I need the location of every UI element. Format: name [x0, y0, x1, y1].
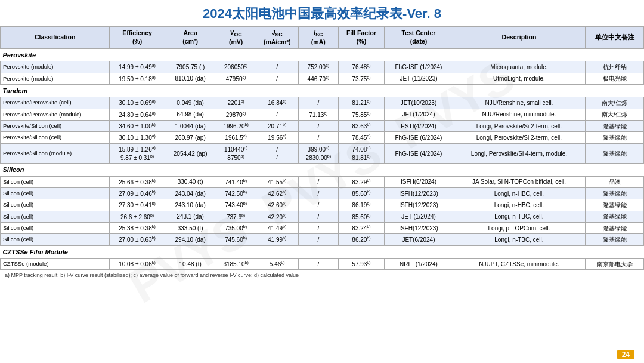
col-header-cn: 单位中文备注 — [586, 27, 644, 49]
table-row: Silicon (cell)25.38 ± 0.38b)333.50 (t)73… — [1, 222, 644, 233]
table-row: Perovskite/Silicon (module)15.89 ± 1.26a… — [1, 143, 644, 164]
page-number: 24 — [617, 350, 634, 359]
table-row: Perovskite/Silicon (cell)34.60 ± 1.00b)1… — [1, 121, 644, 132]
footer: a) MPP tracking result; b) I-V curve res… — [0, 270, 644, 281]
table-row: Silicon (cell)27.30 ± 0.41b)243.10 (da)7… — [1, 199, 644, 211]
table-row: Perovskite/Perovskite (cell)30.10 ± 0.69… — [1, 97, 644, 109]
col-header-isc: ISC(mA) — [298, 27, 338, 49]
table-row: Perovskite (module)14.99 ± 0.49a)7905.75… — [1, 61, 644, 73]
col-header-ff: Fill Factor(%) — [338, 27, 384, 49]
section-header: Perovskite — [1, 49, 644, 61]
main-table: Classification Efficiency(%) Area(cm²) V… — [0, 26, 644, 270]
col-header-efficiency: Efficiency(%) — [110, 27, 165, 49]
table-row: Perovskite/Silicon (cell)30.10 ± 1.30a)2… — [1, 132, 644, 143]
table-row: Perovskite/Perovskite (module)24.80 ± 0.… — [1, 109, 644, 120]
table-row: CZTSSe (module)10.08 ± 0.06b)10.48 (t)31… — [1, 258, 644, 269]
table-row: Silicon (cell)27.09 ± 0.46b)243.04 (da)7… — [1, 187, 644, 199]
table-row: Silicon (cell)26.6 ± 2.60b)243.1 (da)737… — [1, 211, 644, 222]
col-header-test: Test Center(date) — [385, 27, 453, 49]
section-header: CZTSSe Film Module — [1, 245, 644, 258]
col-header-classification: Classification — [1, 27, 110, 49]
table-row: Silicon (cell)25.66 ± 0.38b)330.40 (t)74… — [1, 176, 644, 187]
table-header: Classification Efficiency(%) Area(cm²) V… — [1, 27, 644, 49]
col-header-area: Area(cm²) — [165, 27, 216, 49]
section-header: Silicon — [1, 164, 644, 176]
col-header-desc: Description — [453, 27, 585, 49]
table-row: Perovskite (module)19.50 ± 0.18a)810.10 … — [1, 73, 644, 84]
page-title: 2024太阳电池中国最高效率纪录表-Ver. 8 — [0, 0, 644, 26]
footer-notes: a) MPP tracking result; b) I-V curve res… — [5, 272, 299, 278]
section-header: Tandem — [1, 85, 644, 97]
col-header-jsc: JSC(mA/cm²) — [256, 27, 298, 49]
table-row: Silicon (cell)27.00 ± 0.63b)294.10 (da)7… — [1, 234, 644, 245]
col-header-voc: VOC(mV) — [216, 27, 256, 49]
